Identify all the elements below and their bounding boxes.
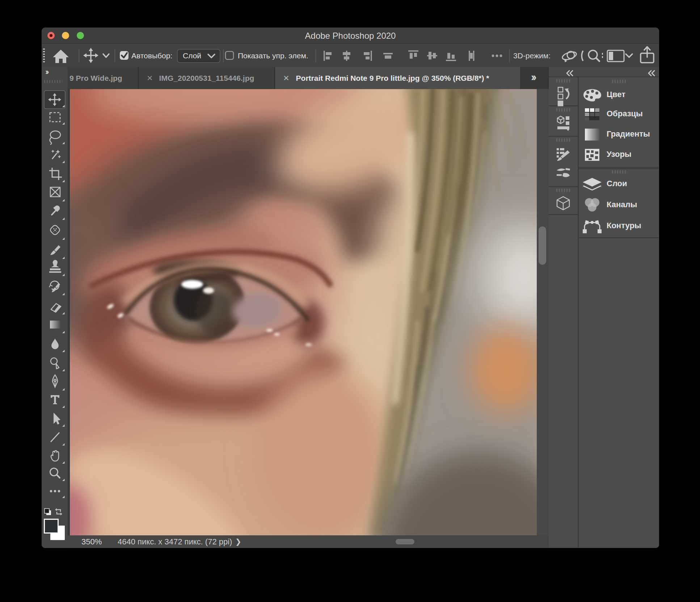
svg-text:Показать упр. элем.: Показать упр. элем. — [238, 51, 308, 60]
svg-text:Автовыбор:: Автовыбор: — [131, 51, 172, 60]
svg-text:3D-режим:: 3D-режим: — [513, 51, 551, 60]
svg-text:Слой: Слой — [183, 51, 201, 60]
